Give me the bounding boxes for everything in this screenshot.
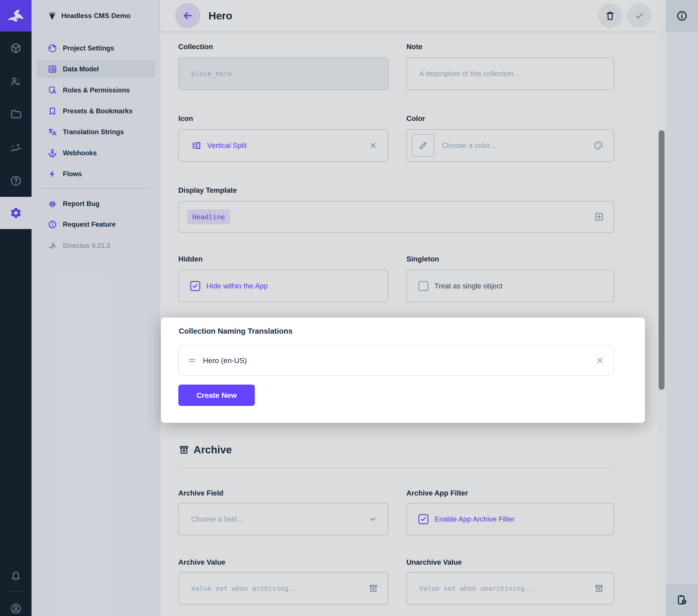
note-label: Note xyxy=(406,43,614,51)
anchor-icon xyxy=(47,148,57,158)
sidebar-item-data-model[interactable]: Data Model xyxy=(36,60,155,78)
clipboard-clock-icon xyxy=(676,594,688,606)
checkbox-checked-icon xyxy=(190,281,200,291)
singleton-checkbox[interactable]: Treat as single object xyxy=(418,281,502,291)
archive-value-input[interactable]: Value set when archiving... xyxy=(178,572,388,605)
rabbit-logo-icon xyxy=(6,6,25,25)
unarchive-value-icon-button[interactable] xyxy=(594,583,604,593)
archive-field-select[interactable]: Choose a field... xyxy=(178,503,388,535)
sidebar-item-request-feature[interactable]: Request Feature xyxy=(36,215,155,234)
add-box-icon xyxy=(594,211,604,222)
unarchive-value-label: Unarchive Value xyxy=(406,558,614,566)
arrow-left-icon xyxy=(182,10,194,22)
back-button[interactable] xyxy=(175,3,200,28)
add-field-button[interactable] xyxy=(594,211,604,222)
sidebar-item-flows[interactable]: Flows xyxy=(36,165,155,183)
archive-down-icon xyxy=(368,583,379,593)
collection-value: block_hero xyxy=(191,70,232,78)
sidebar-item-roles-permissions[interactable]: Roles & Permissions xyxy=(36,81,155,99)
unarchive-up-icon xyxy=(594,583,604,593)
archive-app-filter-label: Archive App Filter xyxy=(406,489,614,497)
scrollbar-thumb[interactable] xyxy=(659,130,665,390)
sidebar-item-webhooks[interactable]: Webhooks xyxy=(36,144,155,162)
insights-module-icon[interactable] xyxy=(0,137,31,159)
checkbox-unchecked-icon xyxy=(418,281,428,291)
drag-handle-icon[interactable] xyxy=(187,356,197,365)
icon-label: Icon xyxy=(178,114,388,123)
sidebar-item-label: Webhooks xyxy=(63,149,97,157)
display-template-label: Display Template xyxy=(178,186,388,194)
sidebar-item-translation-strings[interactable]: Translation Strings xyxy=(36,123,155,141)
users-module-icon[interactable] xyxy=(0,70,31,92)
sidebar-item-label: Translation Strings xyxy=(63,128,124,136)
palette-icon xyxy=(594,140,603,151)
sidebar-item-label: Project Settings xyxy=(63,44,114,52)
sidebar-item-label: Data Model xyxy=(63,65,99,73)
translate-icon xyxy=(47,127,57,137)
color-label: Color xyxy=(406,114,614,123)
notifications-icon[interactable] xyxy=(0,565,31,586)
color-swatch-button[interactable] xyxy=(412,134,434,157)
sidebar-item-project-settings[interactable]: Project Settings xyxy=(36,39,155,57)
info-sidebar-button[interactable] xyxy=(666,0,698,31)
new-releases-icon xyxy=(47,220,57,229)
sidebar-item-label: Report Bug xyxy=(63,200,100,208)
archive-app-filter-checkbox[interactable]: Enable App Archive Filter xyxy=(418,514,515,524)
bolt-icon xyxy=(47,169,57,179)
nav-divider xyxy=(41,188,151,189)
archive-value-label: Archive Value xyxy=(178,558,388,566)
icon-select[interactable]: Vertical Split xyxy=(178,129,388,162)
archive-field-placeholder: Choose a field... xyxy=(191,515,243,523)
archive-icon xyxy=(178,444,190,455)
singleton-checkbox-label: Treat as single object xyxy=(434,282,502,290)
archive-field-dropdown[interactable] xyxy=(368,514,378,524)
collection-naming-translations-card: Collection Naming Translations Hero (en-… xyxy=(161,318,645,423)
clear-icon-button[interactable] xyxy=(368,141,378,150)
palette-button[interactable] xyxy=(594,140,603,151)
project-name: Headless CMS Demo xyxy=(61,12,130,20)
account-icon[interactable] xyxy=(0,598,31,616)
rabbit-icon xyxy=(47,241,57,250)
page-title: Hero xyxy=(209,10,232,22)
list-alt-icon xyxy=(47,64,57,74)
sidebar-item-presets-bookmarks[interactable]: Presets & Bookmarks xyxy=(36,102,155,120)
page-header: Hero xyxy=(160,0,658,31)
translation-list-item[interactable]: Hero (en-US) xyxy=(178,345,614,376)
info-icon xyxy=(676,10,688,22)
checkbox-checked-icon xyxy=(418,514,428,524)
archive-section-heading: Archive xyxy=(178,444,232,456)
directus-logo[interactable] xyxy=(0,0,31,31)
color-input[interactable]: Choose a color... xyxy=(406,129,614,162)
module-bar xyxy=(0,0,31,616)
archive-value-icon-button[interactable] xyxy=(368,583,379,593)
template-field-chip[interactable]: Headline xyxy=(187,209,230,224)
display-template-input[interactable]: Headline xyxy=(178,201,614,233)
hidden-checkbox-label: Hide within the App xyxy=(206,282,268,290)
singleton-label: Singleton xyxy=(406,255,614,263)
help-module-icon[interactable] xyxy=(0,170,31,192)
note-input[interactable]: A description of this collection... xyxy=(406,57,614,90)
activity-sidebar-button[interactable] xyxy=(666,584,698,616)
sidebar-item-report-bug[interactable]: Report Bug xyxy=(36,195,155,213)
chevron-down-icon xyxy=(368,514,378,524)
section-divider xyxy=(178,467,614,468)
scrollbar-track[interactable] xyxy=(658,0,666,616)
bookmark-icon xyxy=(47,106,57,116)
unarchive-value-input[interactable]: Value set when unarchiving... xyxy=(406,572,614,605)
settings-module-active[interactable] xyxy=(0,197,31,229)
save-button[interactable] xyxy=(627,3,652,28)
create-new-button[interactable]: Create New xyxy=(178,385,255,406)
hidden-checkbox[interactable]: Hide within the App xyxy=(190,281,268,291)
sidebar-item-label: Flows xyxy=(63,170,82,178)
content-module-icon[interactable] xyxy=(0,38,31,59)
files-module-icon[interactable] xyxy=(0,103,31,125)
delete-button[interactable] xyxy=(598,3,622,28)
collection-input[interactable]: block_hero xyxy=(178,57,388,90)
sidebar-item-label: Request Feature xyxy=(63,221,116,228)
bug-icon xyxy=(47,199,57,209)
hidden-label: Hidden xyxy=(178,255,388,263)
module-bar-divider xyxy=(6,591,25,592)
icon-value: Vertical Split xyxy=(207,141,247,150)
remove-translation-button[interactable] xyxy=(595,356,605,365)
project-switcher[interactable]: Headless CMS Demo xyxy=(31,0,160,31)
